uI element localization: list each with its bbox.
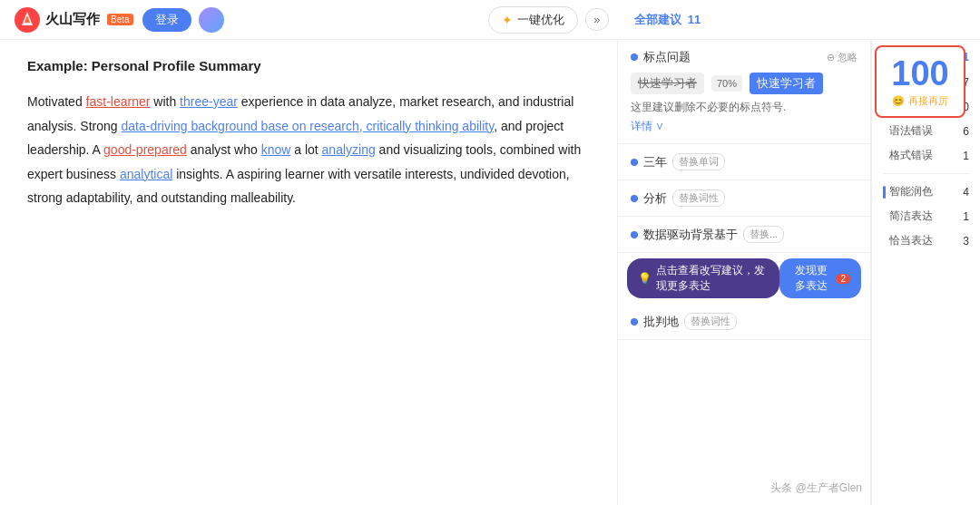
content-area: Example: Personal Profile Summary Motiva… bbox=[0, 40, 617, 505]
right-item-concise[interactable]: 简洁表达 1 bbox=[883, 204, 969, 228]
grammar-count: 6 bbox=[963, 125, 969, 138]
concise-count: 1 bbox=[963, 210, 969, 223]
nav-center: ✦ 一键优化 » 全部建议 11 bbox=[224, 6, 965, 34]
main-layout: Example: Personal Profile Summary Motiva… bbox=[0, 40, 980, 505]
text-analyst: analyst who bbox=[187, 142, 261, 157]
suggestion-type-label: 标点问题 bbox=[643, 49, 691, 65]
avatar-button[interactable] bbox=[199, 7, 224, 33]
smart-polish-count: 4 bbox=[963, 186, 969, 199]
suggestion-type-3: 分析 bbox=[643, 190, 667, 207]
suggestion-count-label: 全部建议 11 bbox=[634, 12, 701, 28]
text-a-lot: a lot bbox=[290, 142, 321, 157]
logo-area: 火山写作 Beta bbox=[15, 7, 133, 33]
bulb-icon: 💡 bbox=[638, 272, 652, 285]
suggestion-panel: 标点问题 ⊖ 忽略 快速学习者 70% 快速学习者 这里建议删除不必要的标点符号… bbox=[617, 40, 871, 505]
suggestion-type-4: 数据驱动背景基于 bbox=[643, 227, 738, 243]
right-item-format[interactable]: 格式错误 1 bbox=[883, 143, 969, 168]
word-score: 70% bbox=[711, 75, 742, 92]
tooltip-text-box: 💡 点击查看改写建议，发现更多表达 bbox=[627, 258, 779, 298]
smart-polish-label: 智能润色 bbox=[889, 184, 933, 199]
top-nav: 火山写作 Beta 登录 ✦ 一键优化 » 全部建议 11 bbox=[0, 0, 980, 40]
tooltip-text: 点击查看改写建议，发现更多表达 bbox=[656, 263, 769, 294]
right-item-appropriate[interactable]: 恰当表达 3 bbox=[883, 228, 969, 253]
suggestions-label: 全部建议 bbox=[634, 13, 681, 26]
tooltip-banner: 💡 点击查看改写建议，发现更多表达 发现更多表达 2 bbox=[618, 253, 870, 304]
text-analytical[interactable]: analytical bbox=[120, 167, 172, 181]
discover-badge: 2 bbox=[836, 274, 850, 284]
format-label: 格式错误 bbox=[883, 148, 933, 163]
format-count: 1 bbox=[963, 150, 969, 162]
text-know[interactable]: know bbox=[261, 142, 291, 157]
suggestion-dot bbox=[631, 53, 638, 61]
suggestion-item-critically: 批判地 替换词性 bbox=[618, 304, 870, 340]
suggestion-item-punctuation: 标点问题 ⊖ 忽略 快速学习者 70% 快速学习者 这里建议删除不必要的标点符号… bbox=[618, 40, 870, 144]
smart-polish-bar-area: 智能润色 bbox=[883, 184, 933, 199]
suggestion-tag-4[interactable]: 替换... bbox=[743, 226, 784, 243]
suggestion-item-analyze: 分析 替换词性 bbox=[618, 180, 870, 217]
text-fast-learner[interactable]: fast-learner bbox=[86, 94, 151, 109]
spark-icon: ✦ bbox=[502, 13, 513, 27]
suggestion-tag-5[interactable]: 替换词性 bbox=[684, 313, 737, 330]
text-with: with bbox=[150, 94, 180, 109]
text-motivated: Motivated bbox=[27, 94, 86, 109]
optimize-button[interactable]: ✦ 一键优化 bbox=[488, 6, 578, 34]
suggestion-tag-2[interactable]: 替换单词 bbox=[672, 153, 725, 170]
suggestion-desc: 这里建议删除不必要的标点符号. bbox=[631, 100, 858, 115]
beta-badge: Beta bbox=[107, 14, 133, 25]
suggestion-type-5: 批判地 bbox=[643, 314, 679, 330]
score-box: 100 再接再厉 bbox=[875, 45, 965, 118]
text-good-prepared[interactable]: good-prepared bbox=[103, 142, 187, 157]
more-button[interactable]: » bbox=[585, 8, 608, 31]
suggestions-number: 11 bbox=[688, 13, 701, 26]
score-label: 再接再厉 bbox=[892, 94, 947, 108]
grammar-label: 语法错误 bbox=[883, 123, 933, 139]
watermark: 头条 @生产者Glen bbox=[770, 481, 862, 496]
suggestion-dot-5 bbox=[631, 318, 638, 325]
word-suggested[interactable]: 快速学习者 bbox=[750, 73, 823, 94]
active-bar-2 bbox=[883, 186, 886, 199]
suggestion-words: 快速学习者 70% 快速学习者 bbox=[631, 73, 858, 94]
optimize-label: 一键优化 bbox=[517, 12, 564, 28]
suggestion-type-2: 三年 bbox=[643, 154, 667, 170]
discover-button[interactable]: 发现更多表达 2 bbox=[779, 258, 861, 298]
word-original: 快速学习者 bbox=[631, 73, 704, 94]
right-item-grammar[interactable]: 语法错误 6 bbox=[883, 119, 969, 143]
divider bbox=[883, 173, 969, 174]
suggestion-dot-2 bbox=[631, 159, 638, 166]
logo-text: 火山写作 bbox=[45, 11, 100, 28]
text-analyzing[interactable]: analyzing bbox=[322, 142, 376, 157]
appropriate-label: 恰当表达 bbox=[883, 233, 933, 248]
suggestion-dot-4 bbox=[631, 231, 638, 238]
login-button[interactable]: 登录 bbox=[142, 8, 191, 32]
suggestion-item-three-year: 三年 替换单词 bbox=[618, 144, 870, 180]
suggestion-detail[interactable]: 详情 ∨ bbox=[631, 119, 858, 134]
suggestion-item-header: 标点问题 ⊖ 忽略 bbox=[631, 49, 858, 65]
ignore-action[interactable]: ⊖ 忽略 bbox=[827, 51, 858, 64]
right-item-smart-polish[interactable]: 智能润色 4 bbox=[883, 180, 969, 204]
suggestion-type-area: 标点问题 bbox=[631, 49, 691, 65]
doc-body: Motivated fast-learner with three-year e… bbox=[27, 90, 590, 210]
score-number: 100 bbox=[891, 56, 948, 91]
suggestion-item-data-driving: 数据驱动背景基于 替换... bbox=[618, 217, 870, 253]
doc-title: Example: Personal Profile Summary bbox=[27, 58, 590, 73]
discover-label: 发现更多表达 bbox=[790, 263, 832, 294]
suggestion-tag-3[interactable]: 替换词性 bbox=[672, 189, 725, 207]
text-data-driving[interactable]: data-driving background base on research… bbox=[122, 119, 495, 133]
appropriate-count: 3 bbox=[963, 235, 969, 248]
concise-label: 简洁表达 bbox=[883, 209, 933, 224]
suggestion-dot-3 bbox=[631, 195, 638, 202]
text-three-year[interactable]: three-year bbox=[180, 94, 238, 109]
logo-icon bbox=[15, 7, 40, 33]
suggestion-item-data-driving-container: 数据驱动背景基于 替换... 💡 点击查看改写建议，发现更多表达 发现更多表达 … bbox=[618, 217, 870, 304]
